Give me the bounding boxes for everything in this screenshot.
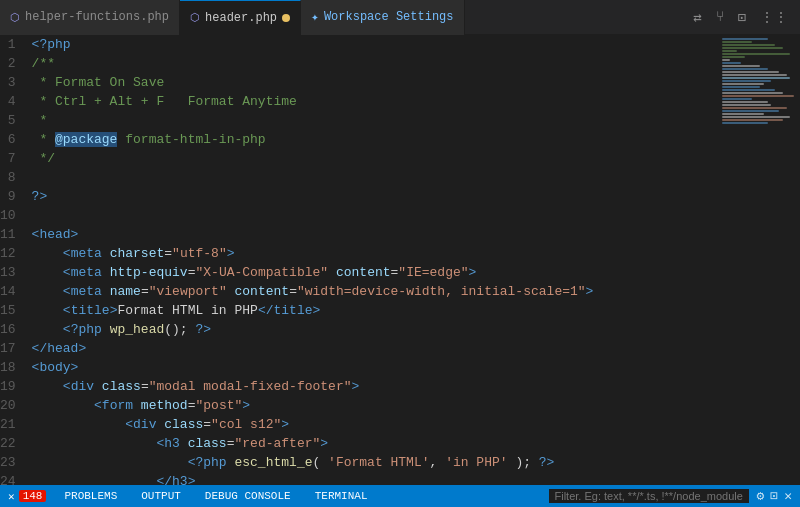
minimap-line [722,68,768,70]
minimap-line [722,53,790,55]
line-content: ?> [28,187,720,206]
table-row: 17 </head> [0,339,720,358]
line-content: /** [28,54,720,73]
split-panel-icon[interactable]: ⊡ [770,488,778,504]
table-row: 5 * [0,111,720,130]
line-content: <?php esc_html_e( 'Format HTML', 'in PHP… [28,453,720,472]
line-number: 18 [0,358,28,377]
tab-helper[interactable]: ⬡ helper-functions.php [0,0,180,35]
minimap-line [722,59,730,61]
table-row: 21 <div class="col s12"> [0,415,720,434]
more-actions-icon[interactable]: ⋮⋮ [756,7,792,28]
error-icon: ✕ [8,490,15,503]
minimap-line [722,62,741,64]
tab-label-active: header.php [205,11,277,25]
line-number: 3 [0,73,28,92]
minimap-line [722,47,783,49]
line-content: <?php wp_head(); ?> [28,320,720,339]
line-content: * Format On Save [28,73,720,92]
line-content [28,168,720,187]
table-row: 1 <?php [0,35,720,54]
remote-icon[interactable]: ⇄ [689,7,705,28]
tab-workspace-settings[interactable]: ✦ Workspace Settings [301,0,464,35]
table-row: 22 <h3 class="red-after"> [0,434,720,453]
minimap-line [722,113,764,115]
line-number: 11 [0,225,28,244]
minimap-line [722,107,787,109]
table-row: 9 ?> [0,187,720,206]
table-row: 16 <?php wp_head(); ?> [0,320,720,339]
modified-dot [282,14,290,22]
line-content: </h3> [28,472,720,485]
table-row: 6 * @package format-html-in-php [0,130,720,149]
line-content: <head> [28,225,720,244]
line-number: 15 [0,301,28,320]
code-container: 1 <?php 2 /** 3 * Format On Save 4 * Ctr… [0,35,720,485]
table-row: 23 <?php esc_html_e( 'Format HTML', 'in … [0,453,720,472]
source-control-icon[interactable]: ⑂ [712,7,728,27]
minimap-line [722,56,745,58]
minimap-line [722,65,760,67]
line-number: 24 [0,472,28,485]
code-table: 1 <?php 2 /** 3 * Format On Save 4 * Ctr… [0,35,720,485]
table-row: 14 <meta name="viewport" content="width=… [0,282,720,301]
problems-tab[interactable]: PROBLEMS [58,490,123,502]
table-row: 8 [0,168,720,187]
table-row: 11 <head> [0,225,720,244]
minimap-line [722,41,752,43]
line-number: 19 [0,377,28,396]
table-row: 19 <div class="modal modal-fixed-footer"… [0,377,720,396]
minimap-line [722,86,760,88]
line-number: 5 [0,111,28,130]
minimap-line [722,116,790,118]
split-editor-icon[interactable]: ⊡ [734,7,750,28]
php-icon-active: ⬡ [190,11,200,24]
line-content [28,206,720,225]
minimap-line [722,89,775,91]
editor-area: 1 <?php 2 /** 3 * Format On Save 4 * Ctr… [0,35,800,485]
debug-console-tab[interactable]: DEBUG CONSOLE [199,490,297,502]
table-row: 20 <form method="post"> [0,396,720,415]
minimap-line [722,50,737,52]
minimap-line [722,80,771,82]
code-scroll[interactable]: 1 <?php 2 /** 3 * Format On Save 4 * Ctr… [0,35,720,485]
error-badge[interactable]: 148 [19,490,47,502]
table-row: 24 </h3> [0,472,720,485]
minimap-line [722,101,768,103]
line-number: 6 [0,130,28,149]
terminal-tab[interactable]: TERMINAL [309,490,374,502]
line-content: <form method="post"> [28,396,720,415]
line-content: </head> [28,339,720,358]
filter-input[interactable] [549,489,749,503]
minimap-line [722,44,775,46]
tab-header[interactable]: ⬡ header.php [180,0,301,35]
minimap-line [722,95,794,97]
line-content: * @package format-html-in-php [28,130,720,149]
minimap-line [722,98,752,100]
output-tab[interactable]: OUTPUT [135,490,187,502]
toolbar-right: ⇄ ⑂ ⊡ ⋮⋮ [689,7,800,28]
minimap-content [720,35,800,127]
line-number: 22 [0,434,28,453]
line-number: 1 [0,35,28,54]
status-error[interactable]: ✕ 148 [8,490,46,503]
php-icon: ⬡ [10,11,20,24]
line-number: 21 [0,415,28,434]
minimap-line [722,92,783,94]
settings-gear-icon[interactable]: ⚙ [757,488,765,504]
line-content: * [28,111,720,130]
minimap-line [722,38,768,40]
close-panel-icon[interactable]: ✕ [784,488,792,504]
table-row: 10 [0,206,720,225]
line-content: <body> [28,358,720,377]
line-content: <meta name="viewport" content="width=dev… [28,282,720,301]
line-number: 16 [0,320,28,339]
line-content: <meta http-equiv="X-UA-Compatible" conte… [28,263,720,282]
line-number: 23 [0,453,28,472]
line-content: */ [28,149,720,168]
status-right: ⚙ ⊡ ✕ [549,488,792,504]
line-number: 20 [0,396,28,415]
minimap-line [722,71,779,73]
line-number: 17 [0,339,28,358]
status-icons: ⚙ ⊡ ✕ [757,488,792,504]
